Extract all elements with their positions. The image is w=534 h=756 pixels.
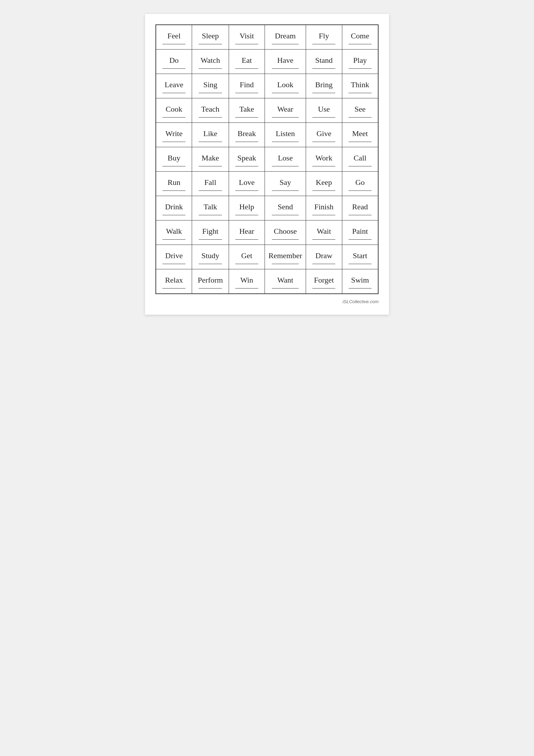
verb-word: Have [277, 56, 293, 65]
verb-word: Finish [314, 202, 334, 211]
answer-line [162, 190, 185, 191]
table-cell: Get [229, 245, 265, 269]
table-cell: Look [265, 74, 306, 98]
verb-word: Wear [277, 105, 293, 114]
answer-line [272, 239, 299, 240]
verb-word: Wait [317, 227, 331, 236]
verb-word: Look [277, 80, 293, 89]
table-cell: Finish [306, 196, 342, 220]
table-cell: Feel [156, 25, 192, 50]
answer-line [349, 166, 372, 166]
answer-line [312, 93, 335, 93]
verb-word: Cook [166, 105, 182, 114]
answer-line [312, 68, 335, 69]
verb-word: Hear [239, 227, 254, 236]
verb-word: Bring [315, 80, 333, 89]
verb-word: Help [239, 202, 254, 211]
answer-line [235, 239, 258, 240]
verb-word: Fly [319, 31, 329, 40]
answer-line [162, 288, 185, 289]
table-cell: Work [306, 147, 342, 172]
verb-word: Make [201, 154, 219, 163]
table-cell: Talk [192, 196, 229, 220]
answer-line [162, 44, 185, 44]
answer-line [349, 117, 372, 118]
answer-line [235, 44, 258, 44]
verb-word: Give [316, 129, 331, 138]
table-cell: Listen [265, 123, 306, 147]
verb-word: Sing [203, 80, 217, 89]
answer-line [349, 215, 372, 215]
verb-word: Do [169, 56, 179, 65]
answer-line [162, 68, 185, 69]
table-cell: Choose [265, 220, 306, 245]
verb-word: Find [240, 80, 254, 89]
answer-line [235, 117, 258, 118]
verb-word: Start [353, 251, 367, 260]
table-cell: Run [156, 172, 192, 196]
table-cell: Teach [192, 98, 229, 123]
table-cell: Read [342, 196, 378, 220]
page: FeelSleepVisitDreamFlyComeDoWatchEatHave… [145, 14, 389, 315]
verb-word: Take [239, 105, 254, 114]
verb-word: Eat [242, 56, 252, 65]
table-cell: Call [342, 147, 378, 172]
table-row: RelaxPerformWinWantForgetSwim [156, 269, 378, 294]
table-row: RunFallLoveSayKeepGo [156, 172, 378, 196]
answer-line [349, 44, 372, 44]
verb-word: Leave [165, 80, 183, 89]
verb-word: Buy [168, 154, 181, 163]
table-cell: Take [229, 98, 265, 123]
table-cell: Sing [192, 74, 229, 98]
verb-word: Think [351, 80, 369, 89]
table-cell: Love [229, 172, 265, 196]
answer-line [235, 215, 258, 215]
table-cell: Give [306, 123, 342, 147]
answer-line [235, 288, 258, 289]
table-cell: Relax [156, 269, 192, 294]
verb-word: Like [203, 129, 217, 138]
table-row: LeaveSingFindLookBringThink [156, 74, 378, 98]
table-cell: Find [229, 74, 265, 98]
verb-word: Come [351, 31, 369, 40]
verb-word: Run [168, 178, 181, 187]
verb-word: See [354, 105, 366, 114]
table-cell: Fall [192, 172, 229, 196]
table-cell: Make [192, 147, 229, 172]
table-row: BuyMakeSpeakLoseWorkCall [156, 147, 378, 172]
verb-word: Fall [204, 178, 216, 187]
answer-line [199, 190, 222, 191]
verb-word: Dream [275, 31, 296, 40]
table-cell: Leave [156, 74, 192, 98]
answer-line [272, 44, 299, 44]
table-cell: Like [192, 123, 229, 147]
table-cell: Want [265, 269, 306, 294]
answer-line [272, 68, 299, 69]
table-cell: Fly [306, 25, 342, 50]
verb-word: Feel [167, 31, 181, 40]
table-cell: Write [156, 123, 192, 147]
answer-line [235, 142, 258, 142]
answer-line [162, 142, 185, 142]
table-row: DriveStudyGetRememberDrawStart [156, 245, 378, 269]
verb-word: Sleep [202, 31, 219, 40]
verb-word: Lose [278, 154, 293, 163]
verb-word: Work [315, 154, 332, 163]
verb-grid: FeelSleepVisitDreamFlyComeDoWatchEatHave… [155, 24, 379, 294]
answer-line [349, 264, 372, 264]
table-cell: Break [229, 123, 265, 147]
verb-word: Watch [201, 56, 220, 65]
answer-line [272, 288, 299, 289]
verb-word: Go [355, 178, 365, 187]
table-cell: Swim [342, 269, 378, 294]
answer-line [272, 215, 299, 215]
answer-line [199, 142, 222, 142]
table-cell: Meet [342, 123, 378, 147]
answer-line [199, 215, 222, 215]
answer-line [312, 288, 335, 289]
answer-line [312, 190, 335, 191]
answer-line [235, 264, 258, 264]
answer-line [272, 117, 299, 118]
answer-line [235, 68, 258, 69]
answer-line [272, 166, 299, 166]
